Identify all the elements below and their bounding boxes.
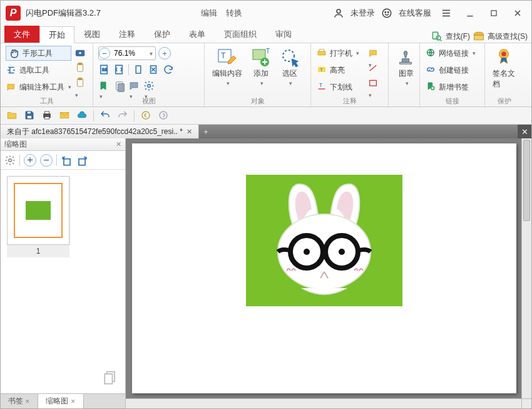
rotate-cw-icon[interactable] bbox=[76, 155, 87, 166]
layout1-icon[interactable] bbox=[133, 64, 144, 75]
rotate-ccw-icon[interactable] bbox=[61, 155, 72, 166]
document-tab[interactable]: 来自于 afc1ea8376515472fe590fccd42a20c5_res… bbox=[1, 125, 199, 138]
typewriter-button[interactable]: 打字机 bbox=[316, 46, 359, 61]
app-logo-icon: P bbox=[6, 6, 21, 21]
maximize-button[interactable] bbox=[485, 4, 503, 22]
edit-annot-label: 编辑注释工具 bbox=[19, 82, 64, 93]
vertical-scrollbar[interactable] bbox=[521, 138, 531, 398]
side-tab-bookmark[interactable]: 书签 ✕ bbox=[1, 394, 38, 408]
login-status[interactable]: 未登录 bbox=[350, 8, 375, 19]
hand-tool[interactable]: 手形工具 bbox=[6, 46, 71, 61]
tab-view[interactable]: 视图 bbox=[74, 26, 110, 43]
svg-rect-13 bbox=[78, 78, 82, 80]
highlight-button[interactable]: T 高亮 bbox=[316, 63, 345, 78]
underline-button[interactable]: T 下划线 bbox=[316, 80, 352, 95]
online-support[interactable]: 在线客服 bbox=[399, 8, 431, 19]
find-button[interactable]: 查找(F) bbox=[446, 31, 470, 42]
document-image bbox=[246, 175, 402, 306]
svg-rect-5 bbox=[432, 32, 437, 39]
qa-next-icon[interactable] bbox=[157, 110, 170, 122]
svg-rect-49 bbox=[64, 158, 70, 165]
document-page[interactable] bbox=[132, 143, 516, 393]
group-view-label: 视图 bbox=[98, 96, 199, 106]
tab-page-organize[interactable]: 页面组织 bbox=[215, 26, 266, 43]
select-tool[interactable]: 选取工具 bbox=[6, 63, 71, 78]
camera-icon[interactable] bbox=[74, 47, 85, 58]
stamp-button[interactable]: 图章 bbox=[394, 46, 419, 88]
qa-open-icon[interactable] bbox=[6, 110, 18, 122]
weblink-button[interactable]: 网络链接 bbox=[425, 46, 476, 61]
qa-mail-icon[interactable] bbox=[58, 110, 71, 122]
svg-point-46 bbox=[142, 111, 150, 119]
document-canvas[interactable] bbox=[126, 138, 531, 408]
fit-width-icon[interactable] bbox=[113, 64, 125, 75]
quick-access-bar bbox=[1, 107, 531, 125]
side-panel-close-icon[interactable]: ✕ bbox=[116, 140, 121, 148]
tab-file[interactable]: 文件 bbox=[4, 26, 39, 43]
qa-save-icon[interactable] bbox=[23, 110, 36, 122]
scroll-corner bbox=[521, 398, 531, 408]
sign-doc-button[interactable]: 签名文档 bbox=[490, 46, 519, 91]
tab-form[interactable]: 表单 bbox=[180, 26, 215, 43]
create-link-button[interactable]: 创建链接 bbox=[425, 63, 469, 78]
svg-rect-50 bbox=[79, 158, 85, 165]
menu-convert[interactable]: 转换 bbox=[226, 8, 242, 19]
minimize-button[interactable] bbox=[461, 4, 479, 22]
svg-rect-40 bbox=[27, 111, 31, 114]
zoom-dropdown-icon[interactable]: ▾ bbox=[147, 50, 155, 57]
line-icon[interactable] bbox=[367, 63, 379, 75]
zoom-input[interactable] bbox=[111, 49, 146, 58]
title-bar: P 闪电PDF编辑器3.2.7 编辑 转换 未登录 在线客服 bbox=[1, 1, 531, 26]
thumbnail-page-number: 1 bbox=[7, 245, 69, 257]
tab-annotate[interactable]: 注释 bbox=[110, 26, 145, 43]
close-button[interactable] bbox=[509, 4, 526, 22]
edit-annot-tool[interactable]: 编辑注释工具 bbox=[6, 80, 71, 95]
close-all-tabs-button[interactable]: ✕ bbox=[518, 125, 531, 138]
qa-cloud-icon[interactable] bbox=[76, 110, 88, 122]
selection-label: 选区 bbox=[282, 68, 297, 79]
add-button[interactable]: T 添加 bbox=[248, 46, 274, 88]
bookmark-add-icon bbox=[425, 81, 436, 93]
menu-edit[interactable]: 编辑 bbox=[201, 8, 217, 19]
note-icon[interactable] bbox=[367, 48, 379, 60]
adv-find-button[interactable]: 高级查找(S) bbox=[488, 31, 528, 42]
gear-view-icon[interactable] bbox=[143, 80, 155, 91]
pages-stack-icon[interactable] bbox=[101, 370, 119, 387]
svg-text:T: T bbox=[319, 82, 323, 88]
thumb-zoom-out-icon[interactable]: − bbox=[40, 154, 53, 167]
qa-undo-icon[interactable] bbox=[99, 110, 111, 122]
qa-print-icon[interactable] bbox=[41, 110, 53, 122]
new-bookmark-button[interactable]: 新增书签 bbox=[425, 80, 469, 95]
thumb-gear-icon[interactable] bbox=[4, 155, 16, 166]
zoom-control[interactable]: − ▾ bbox=[98, 46, 156, 60]
horizontal-scrollbar[interactable] bbox=[126, 398, 521, 408]
qa-prev-icon[interactable] bbox=[140, 110, 152, 122]
qa-redo-icon[interactable] bbox=[116, 110, 129, 122]
edit-content-button[interactable]: T 编辑内容 bbox=[210, 46, 245, 88]
fit-page-icon[interactable]: 1:1 bbox=[98, 64, 110, 75]
layout2-icon[interactable] bbox=[148, 64, 159, 75]
side-panel-header: 缩略图 ✕ bbox=[1, 138, 125, 151]
sign-doc-label: 签名文档 bbox=[493, 68, 516, 90]
thumbnail-page[interactable]: 1 bbox=[7, 176, 119, 257]
side-tab-thumbnail[interactable]: 缩略图 ✕ bbox=[38, 393, 83, 408]
copy-icon[interactable] bbox=[113, 80, 125, 91]
rect-icon[interactable] bbox=[367, 78, 379, 90]
chat-icon[interactable] bbox=[128, 80, 140, 91]
tab-start[interactable]: 开始 bbox=[39, 26, 74, 43]
selection-button[interactable]: 选区 bbox=[277, 46, 302, 88]
clipboard-icon[interactable] bbox=[74, 62, 85, 73]
zoom-out-icon[interactable]: − bbox=[99, 48, 110, 59]
hamburger-icon[interactable] bbox=[437, 4, 455, 22]
zoom-in-icon[interactable]: ＋ bbox=[158, 47, 171, 60]
svg-text:T: T bbox=[320, 67, 323, 73]
clipboard2-icon[interactable] bbox=[74, 77, 85, 88]
new-tab-button[interactable]: ＋ bbox=[199, 127, 213, 137]
document-tab-close-icon[interactable]: ✕ bbox=[187, 128, 192, 136]
refresh-icon[interactable] bbox=[163, 64, 174, 75]
svg-rect-52 bbox=[105, 374, 112, 384]
tab-protect[interactable]: 保护 bbox=[145, 26, 180, 43]
bookmark-ribbon-icon[interactable] bbox=[98, 80, 110, 91]
tab-review[interactable]: 审阅 bbox=[266, 26, 301, 43]
thumb-zoom-in-icon[interactable]: ＋ bbox=[24, 154, 36, 167]
